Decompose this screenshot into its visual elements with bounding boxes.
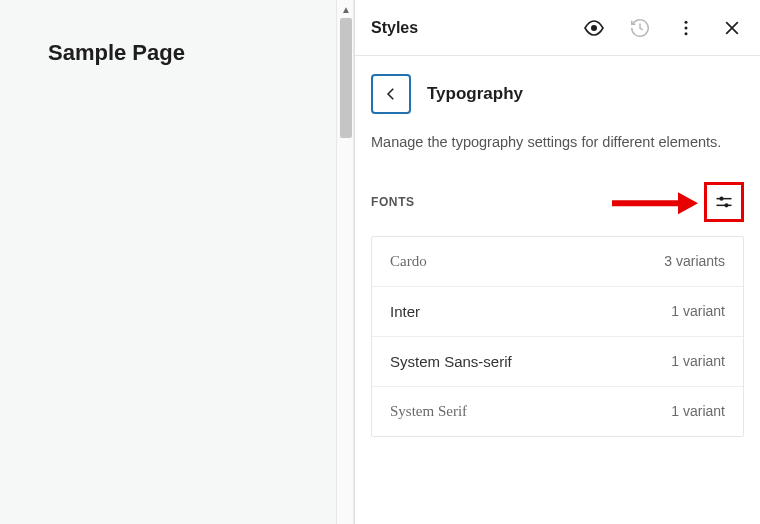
scrollbar-thumb[interactable] (340, 18, 352, 138)
svg-marker-5 (678, 192, 698, 214)
font-variants: 1 variant (671, 353, 725, 369)
history-icon[interactable] (628, 16, 652, 40)
fonts-section-header: FONTS (355, 174, 760, 236)
sliders-icon (714, 192, 734, 212)
more-icon[interactable] (674, 16, 698, 40)
sidebar-header: Styles (355, 0, 760, 56)
fonts-label: FONTS (371, 195, 415, 209)
panel-nav: Typography (355, 56, 760, 122)
font-item[interactable]: System Serif1 variant (372, 387, 743, 436)
manage-fonts-button[interactable] (704, 182, 744, 222)
font-variants: 1 variant (671, 403, 725, 419)
font-item[interactable]: Inter1 variant (372, 287, 743, 337)
panel-description: Manage the typography settings for diffe… (355, 122, 760, 174)
font-name: System Serif (390, 403, 467, 420)
font-name: System Sans-serif (390, 353, 512, 370)
font-name: Inter (390, 303, 420, 320)
preview-pane: Sample Page ▲ (0, 0, 354, 524)
header-actions (582, 16, 744, 40)
eye-icon[interactable] (582, 16, 606, 40)
scroll-up-arrow[interactable]: ▲ (337, 0, 355, 18)
svg-point-9 (724, 203, 728, 207)
panel-title: Typography (427, 84, 523, 104)
svg-point-1 (685, 20, 688, 23)
font-item[interactable]: Cardo3 variants (372, 237, 743, 287)
font-variants: 1 variant (671, 303, 725, 319)
annotation-arrow (610, 188, 700, 218)
back-button[interactable] (371, 74, 411, 114)
font-name: Cardo (390, 253, 427, 270)
svg-point-0 (591, 25, 597, 31)
font-variants: 3 variants (664, 253, 725, 269)
styles-sidebar: Styles Typography Manage the typography … (354, 0, 760, 524)
scrollbar[interactable]: ▲ (336, 0, 354, 524)
svg-point-2 (685, 26, 688, 29)
close-icon[interactable] (720, 16, 744, 40)
svg-point-3 (685, 32, 688, 35)
svg-point-7 (719, 196, 723, 200)
sidebar-title: Styles (371, 19, 582, 37)
fonts-list: Cardo3 variantsInter1 variantSystem Sans… (371, 236, 744, 437)
font-item[interactable]: System Sans-serif1 variant (372, 337, 743, 387)
page-title: Sample Page (48, 40, 306, 66)
